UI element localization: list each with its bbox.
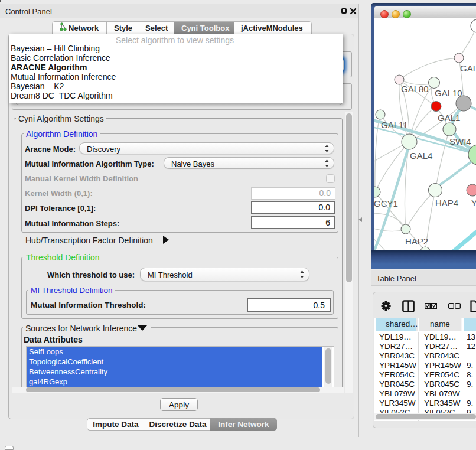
- svg-text:GAL11: GAL11: [381, 120, 408, 130]
- svg-text:GAL80: GAL80: [401, 84, 429, 94]
- svg-text:GAL3: GAL3: [460, 63, 476, 73]
- svg-text:HAP4: HAP4: [435, 198, 458, 208]
- svg-text:GAL4: GAL4: [410, 151, 432, 161]
- svg-text:GAL10: GAL10: [435, 88, 462, 98]
- svg-text:GAL1: GAL1: [438, 113, 460, 123]
- svg-text:GCY1: GCY1: [374, 198, 398, 208]
- svg-text:SWI4: SWI4: [449, 136, 471, 146]
- svg-text:Y: Y: [471, 198, 476, 208]
- svg-text:HAP2: HAP2: [405, 236, 428, 246]
